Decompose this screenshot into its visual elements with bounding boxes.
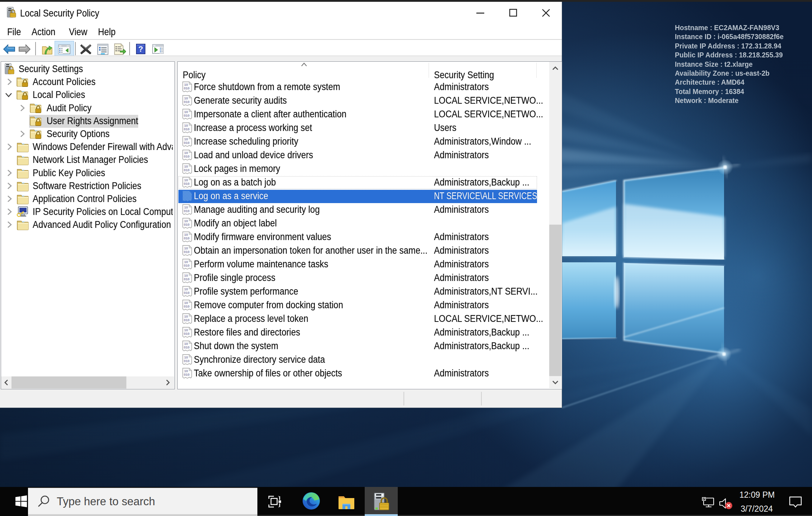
svg-text:010: 010 [184, 100, 190, 104]
svg-text:010: 010 [184, 222, 190, 226]
svg-text:010: 010 [184, 86, 190, 90]
svg-text:010: 010 [184, 209, 190, 213]
svg-text:010: 010 [184, 291, 190, 295]
svg-text:010: 010 [184, 236, 190, 240]
svg-text:010: 010 [184, 113, 190, 117]
svg-text:010: 010 [184, 332, 190, 336]
svg-text:010: 010 [184, 141, 190, 145]
svg-text:010: 010 [184, 372, 190, 376]
svg-text:010: 010 [184, 277, 190, 281]
svg-text:010: 010 [184, 318, 190, 322]
svg-text:010: 010 [184, 127, 190, 131]
svg-text:010: 010 [184, 168, 190, 172]
svg-text:010: 010 [184, 263, 190, 267]
svg-text:010: 010 [184, 345, 190, 349]
svg-text:010: 010 [184, 154, 190, 158]
svg-text:010: 010 [184, 304, 190, 308]
svg-text:010: 010 [184, 182, 190, 186]
svg-text:010: 010 [184, 250, 190, 254]
svg-text:010: 010 [184, 359, 190, 363]
